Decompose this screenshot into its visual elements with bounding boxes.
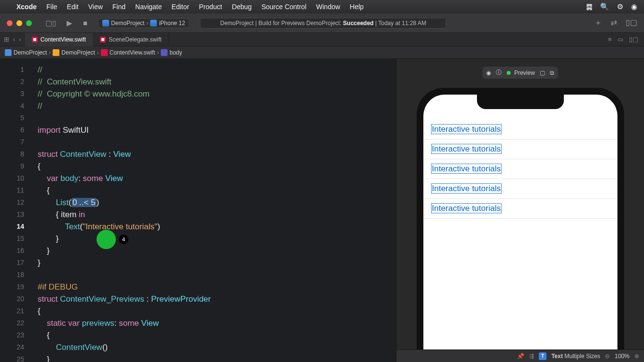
list-item[interactable]: Interactive tutorials [423,199,617,219]
app-menu[interactable]: Xcode [16,3,37,11]
list-item[interactable]: Interactive tutorials [423,120,617,139]
library-button[interactable]: ⇄ [611,18,617,28]
preview-toolbar: ◉ ⓘ Preview ▢ ⧉ [482,67,558,79]
folder-icon [53,49,59,56]
control-center-icon[interactable]: ⚙︎ [617,2,623,11]
editor-tabs: ⊞ ‹ › ContentView.swift SceneDelegate.sw… [0,33,644,46]
result-count: 4 [119,235,128,244]
menu-edit[interactable]: Edit [67,3,79,11]
inspector-toggle-icon[interactable]: ▯▢ [626,18,637,28]
add-editor-icon[interactable]: ▯▢ [629,36,638,43]
adjust-editor-icon[interactable]: ▭ [617,36,623,43]
menu-help[interactable]: Help [350,3,364,11]
tab-label: SceneDelegate.swift [109,36,161,43]
scheme-device-icon [150,20,157,27]
type-label: Text Multiple Sizes [551,353,600,360]
menu-debug[interactable]: Debug [232,3,252,11]
menu-file[interactable]: File [46,3,57,11]
menu-window[interactable]: Window [316,3,340,11]
scheme-device-label: iPhone 12 [159,20,185,27]
user-icon[interactable]: ◉ [631,2,637,11]
spotlight-icon[interactable]: 🔍 [600,2,609,11]
swift-file-icon [32,37,38,42]
text-type-icon: T [539,352,546,360]
device-settings-icon[interactable]: ▢ [540,70,545,76]
menu-source-control[interactable]: Source Control [261,3,306,11]
nav-forward-icon[interactable]: › [19,36,21,43]
menu-editor[interactable]: Editor [171,3,189,11]
tab-scenedelegate[interactable]: SceneDelegate.swift [93,33,168,46]
scheme-selector[interactable]: DemoProject › iPhone 12 [98,18,189,28]
source-code[interactable]: //// ContentView.swift// Copyright © www… [38,64,391,362]
jump-bar[interactable]: DemoProject › DemoProject › ContentView.… [0,46,644,59]
window-close-button[interactable] [7,20,13,26]
preview-settings-icon[interactable]: ⓘ [496,69,502,77]
source-editor[interactable]: 1234567891011121314151617181920212223242… [0,59,396,362]
result-dot-icon [97,230,116,249]
window-traffic-lights [7,20,32,26]
duplicate-preview-icon[interactable]: ⧉ [550,70,554,76]
scheme-target-icon [102,20,109,27]
tab-contentview[interactable]: ContentView.swift [25,33,94,46]
chevron-right-icon: › [146,20,148,27]
pin-icon[interactable]: 📌 [517,353,524,360]
preview-status[interactable]: Preview [506,70,535,76]
device-frame: Interactive tutorialsInteractive tutoria… [417,88,624,362]
list-item[interactable]: Interactive tutorials [423,159,617,179]
navigator-toggle-icon[interactable]: ▢▯ [42,18,59,28]
filter-icon[interactable]: ⇶ [529,353,534,360]
stop-button[interactable]: ■ [80,18,90,28]
scheme-target-label: DemoProject [111,20,144,27]
window-minimize-button[interactable] [16,20,22,26]
activity-status: DemoProject | Build for Previews DemoPro… [200,18,446,28]
inline-result-badge[interactable]: 4 [97,230,128,249]
minimap-icon[interactable]: ≡ [608,36,612,43]
wifi-icon[interactable]: ䷸ [586,2,592,11]
add-button[interactable]: ＋ [594,18,602,28]
window-zoom-button[interactable] [26,20,32,26]
preview-list: Interactive tutorialsInteractive tutoria… [423,95,617,219]
window-toolbar: ▢▯ ▶ ■ DemoProject › iPhone 12 DemoProje… [0,14,644,33]
editor-split: 1234567891011121314151617181920212223242… [0,59,644,362]
list-item[interactable]: Interactive tutorials [423,139,617,159]
property-icon [161,49,168,56]
project-icon [5,49,12,56]
swift-file-icon [100,37,106,42]
play-preview-button[interactable]: ◉ [486,70,491,76]
zoom-level[interactable]: 100% [615,353,630,360]
canvas-preview: ◉ ⓘ Preview ▢ ⧉ Interactive tutorialsInt… [396,59,644,362]
device-screen[interactable]: Interactive tutorialsInteractive tutoria… [423,95,617,362]
nav-back-icon[interactable]: ‹ [13,36,15,43]
menu-navigate[interactable]: Navigate [135,3,162,11]
run-button[interactable]: ▶ [64,18,75,28]
menu-find[interactable]: Find [112,3,126,11]
related-items-icon[interactable]: ⊞ [4,36,9,43]
list-item[interactable]: Interactive tutorials [423,179,617,199]
menu-product[interactable]: Product [199,3,222,11]
tab-label: ContentView.swift [41,36,86,43]
menu-view[interactable]: View [88,3,103,11]
line-gutter: 1234567891011121314151617181920212223242… [0,64,30,362]
zoom-out-icon[interactable]: ⊖ [605,353,610,360]
system-menubar: Xcode File Edit View Find Navigate Edito… [0,0,644,14]
device-notch [477,95,564,109]
swift-file-icon [101,49,108,56]
inspector-status-bar: 📌 ⇶ T Text Multiple Sizes ⊖ 100% ⊕ [396,349,644,362]
zoom-in-icon[interactable]: ⊕ [634,353,639,360]
